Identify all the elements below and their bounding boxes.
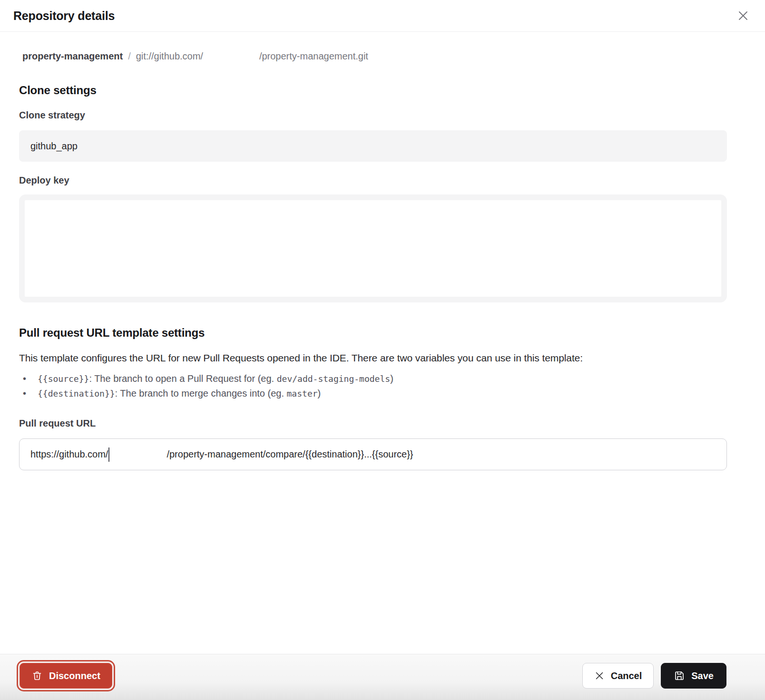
modal-header: Repository details [0, 0, 765, 32]
variable-source: {{source}} [38, 374, 89, 384]
pr-template-heading: Pull request URL template settings [19, 326, 727, 340]
trash-icon [31, 670, 43, 681]
repo-url-suffix: /property-management.git [259, 51, 368, 62]
variable-destination-close: ) [318, 388, 321, 399]
pr-template-description: This template configures the URL for new… [19, 352, 727, 364]
clone-strategy-field: github_app [19, 130, 727, 162]
repo-name: property-management [22, 51, 123, 62]
clone-settings-heading: Clone settings [19, 84, 727, 97]
pull-request-url-prefix: https://github.com/ [30, 449, 108, 460]
redacted-org-spacer [109, 454, 167, 455]
repo-url-prefix: git://github.com/ [136, 51, 203, 62]
footer-actions: Cancel Save [582, 663, 726, 689]
close-icon [737, 10, 749, 22]
list-item: {{destination}}: The branch to merge cha… [23, 386, 727, 401]
variable-destination-example: master [287, 389, 318, 399]
deploy-key-label: Deploy key [19, 175, 727, 186]
pull-request-url-suffix: /property-management/compare/{{destinati… [167, 449, 413, 460]
variable-destination: {{destination}} [38, 389, 115, 399]
pull-request-url-input[interactable]: https://github.com/ /property-management… [19, 438, 727, 470]
variable-source-close: ) [390, 373, 393, 384]
variable-source-example: dev/add-staging-models [277, 374, 390, 384]
repo-separator: / [128, 51, 131, 62]
variable-destination-text: : The branch to merge changes into (eg. [115, 388, 287, 399]
save-button-label: Save [691, 671, 714, 681]
repo-path: property-management / git://github.com/ … [22, 51, 727, 62]
clone-strategy-label: Clone strategy [19, 110, 727, 121]
disconnect-button[interactable]: Disconnect [20, 663, 112, 689]
redacted-org-spacer [203, 59, 259, 59]
page-title: Repository details [13, 9, 115, 23]
cancel-button-label: Cancel [611, 671, 642, 681]
save-floppy-icon [674, 670, 685, 681]
modal-body: property-management / git://github.com/ … [0, 51, 765, 470]
list-item: {{source}}: The branch to open a Pull Re… [23, 371, 727, 386]
disconnect-button-label: Disconnect [49, 671, 100, 681]
close-button[interactable] [736, 9, 750, 23]
clone-strategy-value: github_app [30, 141, 78, 152]
cancel-button[interactable]: Cancel [582, 663, 654, 689]
save-button[interactable]: Save [661, 663, 726, 689]
deploy-key-textarea[interactable] [19, 194, 727, 302]
pr-template-variable-list: {{source}}: The branch to open a Pull Re… [23, 371, 727, 401]
pull-request-url-label: Pull request URL [19, 418, 727, 429]
modal-footer: Disconnect Cancel Save [0, 654, 765, 700]
cancel-x-icon [594, 671, 605, 681]
variable-source-text: : The branch to open a Pull Request for … [89, 373, 276, 384]
